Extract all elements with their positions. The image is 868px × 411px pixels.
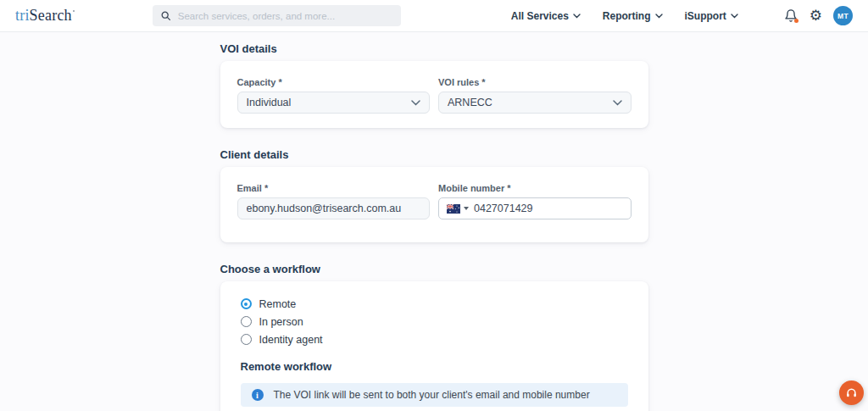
radio-icon — [241, 316, 252, 327]
radio-label: In person — [259, 316, 303, 328]
email-field-group: Email * — [237, 183, 431, 219]
chevron-down-icon — [731, 14, 738, 19]
voi-rules-label: VOI rules * — [438, 77, 632, 87]
workflow-title: Choose a workflow — [220, 263, 648, 275]
capacity-value: Individual — [247, 97, 292, 108]
chevron-down-icon — [655, 14, 663, 19]
main-nav: All Services Reporting iSupport — [511, 10, 738, 22]
voi-rules-value: ARNECC — [448, 97, 492, 108]
mobile-field-group: Mobile number * — [438, 183, 632, 219]
headset-icon — [845, 386, 858, 399]
client-details-card: Email * Mobile number * — [220, 167, 648, 242]
user-avatar[interactable]: MT — [833, 6, 853, 25]
logo-prefix: tri — [15, 7, 30, 24]
notifications-button[interactable] — [784, 8, 798, 24]
email-label: Email * — [237, 183, 431, 193]
trisearch-logo[interactable]: triSearch — [15, 7, 75, 25]
chevron-down-icon — [464, 207, 469, 210]
chevron-down-icon — [573, 14, 581, 19]
gear-icon: ⚙ — [810, 8, 822, 24]
page-content: VOI details Capacity * Individual VOI ru… — [0, 32, 868, 411]
australia-flag-icon — [447, 204, 460, 214]
workflow-card: Remote In person Identity agent Remote w… — [220, 281, 648, 411]
support-chat-button[interactable] — [839, 380, 864, 405]
info-banner: i The VOI link will be sent to both your… — [241, 383, 628, 407]
search-input[interactable] — [178, 11, 393, 21]
voi-details-card: Capacity * Individual VOI rules * ARNECC — [220, 61, 648, 128]
settings-button[interactable]: ⚙ — [810, 8, 822, 23]
notification-badge — [794, 19, 798, 23]
info-text: The VOI link will be sent to both your c… — [274, 389, 590, 401]
trademark-dot — [73, 10, 75, 12]
chevron-down-icon — [613, 100, 622, 106]
capacity-field: Capacity * Individual — [237, 77, 431, 114]
remote-workflow-heading: Remote workflow — [241, 360, 628, 373]
top-bar: triSearch All Services Reporting iSuppor… — [0, 0, 868, 32]
header-icons: ⚙ MT — [784, 6, 853, 25]
voi-details-title: VOI details — [220, 42, 648, 55]
capacity-select[interactable]: Individual — [237, 92, 431, 114]
radio-option[interactable]: Identity agent — [241, 332, 628, 347]
mobile-label: Mobile number * — [438, 183, 632, 193]
country-code-selector[interactable] — [447, 204, 469, 214]
mobile-value: 0427071429 — [474, 203, 533, 214]
radio-option[interactable]: In person — [241, 314, 628, 329]
radio-icon — [241, 334, 252, 345]
voi-rules-field: VOI rules * ARNECC — [438, 77, 632, 114]
radio-option[interactable]: Remote — [241, 297, 628, 311]
search-icon — [160, 10, 171, 21]
radio-label: Identity agent — [259, 334, 323, 346]
mobile-field[interactable]: 0427071429 — [438, 197, 632, 219]
email-field[interactable] — [237, 197, 431, 219]
info-icon: i — [252, 389, 264, 401]
voi-rules-select[interactable]: ARNECC — [438, 92, 632, 114]
nav-all-services[interactable]: All Services — [511, 10, 581, 22]
nav-reporting[interactable]: Reporting — [603, 10, 663, 22]
capacity-label: Capacity * — [237, 77, 431, 87]
nav-label: iSupport — [685, 10, 726, 22]
client-details-title: Client details — [220, 148, 648, 161]
chevron-down-icon — [411, 100, 420, 106]
nav-isupport[interactable]: iSupport — [685, 10, 738, 22]
nav-label: Reporting — [603, 10, 651, 22]
nav-label: All Services — [511, 10, 569, 22]
radio-label: Remote — [259, 298, 297, 310]
logo-suffix: Search — [30, 7, 72, 24]
global-search[interactable] — [153, 5, 401, 26]
radio-icon — [241, 298, 252, 309]
